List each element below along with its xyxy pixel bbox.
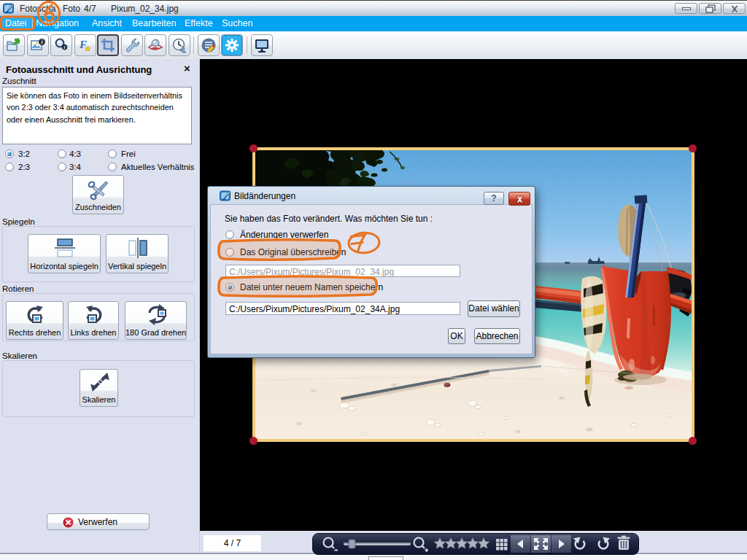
svg-text:i: i [64,44,66,50]
